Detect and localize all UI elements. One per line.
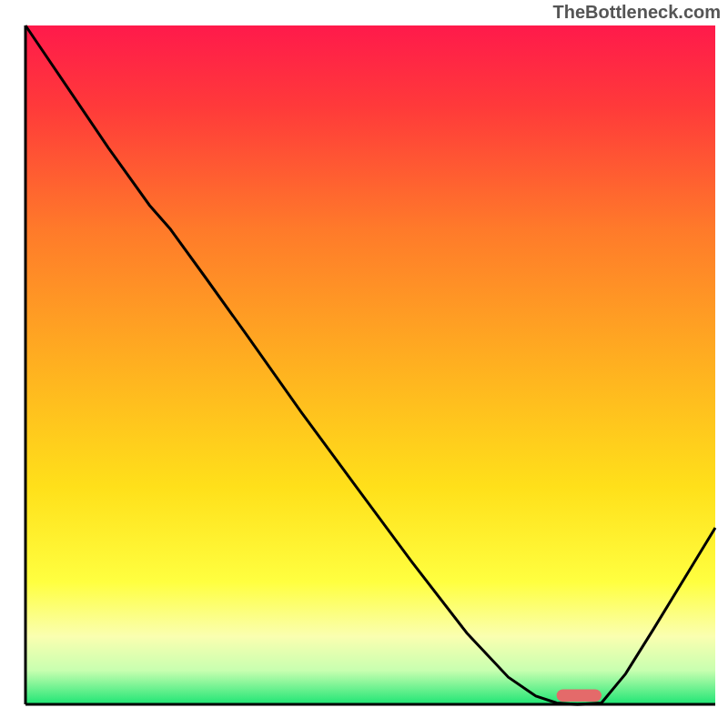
chart-container: TheBottleneck.com xyxy=(0,0,728,728)
watermark-text: TheBottleneck.com xyxy=(553,2,721,23)
optimal-marker xyxy=(557,690,602,702)
plot-area xyxy=(25,25,715,704)
bottleneck-chart xyxy=(0,0,728,728)
